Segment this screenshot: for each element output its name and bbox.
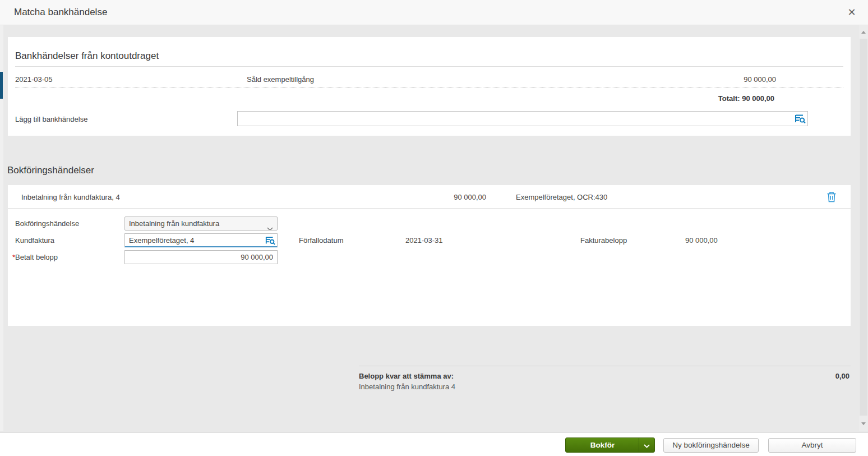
matcha-bankhandelse-dialog: Matcha bankhändelse ✕ Bankhändelser från… <box>0 0 868 456</box>
bank-events-panel: Bankhändelser från kontoutdraget 2021-03… <box>8 37 851 136</box>
paid-amount-input[interactable] <box>124 250 278 264</box>
chevron-down-icon <box>267 222 273 231</box>
due-date-label: Förfallodatum <box>299 236 343 245</box>
bank-section-title: Bankhändelser från kontoutdraget <box>15 50 159 62</box>
add-bank-event-field <box>237 111 808 126</box>
close-icon[interactable]: ✕ <box>845 6 858 19</box>
scroll-down-icon[interactable] <box>861 422 866 425</box>
dialog-footer: Bokför Ny bokföringshändelse Avbryt <box>0 432 868 456</box>
lookup-icon[interactable] <box>794 113 806 125</box>
scroll-up-icon[interactable] <box>861 31 866 34</box>
booking-section-title: Bokföringshändelser <box>7 165 94 176</box>
cancel-button[interactable]: Avbryt <box>768 438 856 453</box>
new-booking-button[interactable]: Ny bokföringshändelse <box>663 438 759 453</box>
add-bank-event-input[interactable] <box>238 112 793 126</box>
background-sidebar-highlight <box>0 72 3 99</box>
remaining-amount-detail: Inbetalning från kundfaktura 4 <box>359 383 455 391</box>
booking-entry-amount: 90 000,00 <box>378 193 486 201</box>
booking-type-select[interactable]: Inbetalning från kundfaktura <box>124 217 278 231</box>
bank-event-date: 2021-03-05 <box>15 75 53 84</box>
book-button[interactable]: Bokför <box>566 438 639 452</box>
paid-amount-label: *Betalt belopp <box>12 253 58 261</box>
dialog-titlebar: Matcha bankhändelse ✕ <box>0 0 868 25</box>
invoice-amount-value: 90 000,00 <box>685 236 718 245</box>
remaining-amount-label: Belopp kvar att stämma av: <box>359 372 454 380</box>
add-bank-event-label: Lägg till bankhändelse <box>15 115 87 123</box>
book-split-button[interactable]: Bokför <box>565 437 655 453</box>
scrollbar-thumb[interactable] <box>860 39 867 416</box>
vertical-scrollbar[interactable] <box>859 25 868 431</box>
due-date-value: 2021-03-31 <box>405 236 443 245</box>
lookup-icon[interactable] <box>265 235 276 246</box>
bank-event-amount: 90 000,00 <box>744 75 776 84</box>
booking-entry-title: Inbetalning från kundfaktura, 4 <box>21 193 120 201</box>
book-dropdown-toggle[interactable] <box>639 438 654 452</box>
summary-divider <box>359 366 851 366</box>
bank-total: Totalt: 90 000,00 <box>718 94 774 103</box>
customer-invoice-label: Kundfaktura <box>15 236 54 245</box>
booking-type-value: Inbetalning från kundfaktura <box>129 219 219 228</box>
divider <box>15 66 843 67</box>
booking-events-panel: Inbetalning från kundfaktura, 4 90 000,0… <box>8 185 851 326</box>
remaining-amount-value: 0,00 <box>835 372 849 380</box>
dialog-title: Matcha bankhändelse <box>14 7 107 18</box>
delete-icon[interactable] <box>827 191 837 202</box>
customer-invoice-input[interactable] <box>124 233 278 247</box>
bank-event-description: Såld exempeltillgång <box>247 75 314 84</box>
invoice-amount-label: Fakturabelopp <box>580 236 627 245</box>
booking-type-label: Bokföringshändelse <box>15 219 79 228</box>
booking-entry-row: Inbetalning från kundfaktura, 4 90 000,0… <box>8 185 851 209</box>
booking-entry-reference: Exempelföretaget, OCR:430 <box>516 193 607 201</box>
dotted-divider <box>15 87 843 87</box>
